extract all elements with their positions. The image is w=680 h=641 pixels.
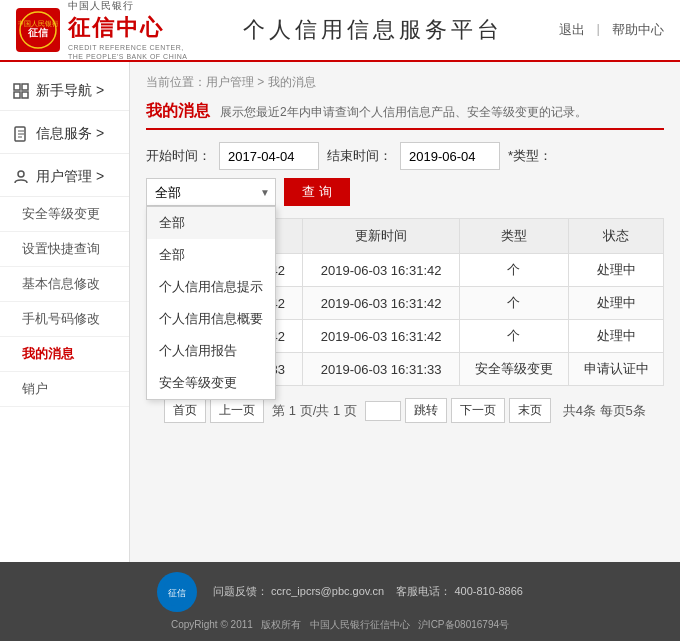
content-area: 当前位置：用户管理 > 我的消息 我的消息 展示您最近2年内申请查询个人信用信息… bbox=[130, 62, 680, 562]
dropdown-item-summary[interactable]: 个人信用信息概要 bbox=[147, 303, 275, 335]
svg-rect-6 bbox=[22, 92, 28, 98]
sidebar-section-guide: 新手导航 > bbox=[0, 72, 129, 111]
cell-status: 申请认证中 bbox=[569, 353, 664, 386]
start-time-input[interactable] bbox=[219, 142, 319, 170]
breadcrumb: 当前位置：用户管理 > 我的消息 bbox=[146, 74, 664, 91]
help-link[interactable]: 帮助中心 bbox=[612, 21, 664, 39]
page-jump-input[interactable] bbox=[365, 401, 401, 421]
sidebar-label-info: 信息服务 > bbox=[36, 125, 104, 143]
sidebar-item-info-service[interactable]: 信息服务 > bbox=[0, 115, 129, 154]
header-nav: 退出 | 帮助中心 bbox=[559, 21, 664, 39]
page-info: 第 1 页/共 1 页 bbox=[272, 402, 357, 420]
end-time-label: 结束时间： bbox=[327, 147, 392, 165]
query-button[interactable]: 查 询 bbox=[284, 178, 350, 206]
sidebar-item-quick-query[interactable]: 设置快捷查询 bbox=[0, 232, 129, 267]
first-page-btn[interactable]: 首页 bbox=[164, 398, 206, 423]
svg-point-11 bbox=[18, 171, 24, 177]
svg-text:征信: 征信 bbox=[27, 27, 49, 38]
sidebar-item-my-messages[interactable]: 我的消息 bbox=[0, 337, 129, 372]
page-total: 共4条 每页5条 bbox=[563, 402, 646, 420]
logo-area: 中国人民银行 征信 中国人民银行 征信中心 CREDIT REFERENCE C… bbox=[16, 0, 187, 61]
sidebar-section-info: 信息服务 > bbox=[0, 115, 129, 154]
sidebar-item-new-guide[interactable]: 新手导航 > bbox=[0, 72, 129, 111]
page-title-sub: 展示您最近2年内申请查询个人信用信息产品、安全等级变更的记录。 bbox=[220, 104, 587, 121]
pagination: 首页 上一页 第 1 页/共 1 页 跳转 下一页 末页 共4条 每页5条 bbox=[146, 398, 664, 423]
cell-type: 个 bbox=[459, 320, 568, 353]
svg-rect-5 bbox=[14, 92, 20, 98]
type-select-wrap: 全部 全部 个人信用信息提示 个人信用信息概要 个人信用报告 安全等级变更 ▼ … bbox=[146, 178, 276, 206]
sidebar-section-user: 用户管理 > 安全等级变更 设置快捷查询 基本信息修改 手机号码修改 我的消息 … bbox=[0, 158, 129, 407]
doc-icon bbox=[12, 125, 30, 143]
sidebar-label-user: 用户管理 > bbox=[36, 168, 104, 186]
cell-status: 处理中 bbox=[569, 254, 664, 287]
logout-link[interactable]: 退出 bbox=[559, 21, 585, 39]
cell-status: 处理中 bbox=[569, 287, 664, 320]
logo-en-text: CREDIT REFERENCE CENTER, THE PEOPLE'S BA… bbox=[68, 43, 187, 61]
last-page-btn[interactable]: 末页 bbox=[509, 398, 551, 423]
logo-main-text: 征信中心 bbox=[68, 13, 187, 43]
dropdown-item-security[interactable]: 安全等级变更 bbox=[147, 367, 275, 399]
cell-type: 个 bbox=[459, 287, 568, 320]
header: 中国人民银行 征信 中国人民银行 征信中心 CREDIT REFERENCE C… bbox=[0, 0, 680, 62]
main-layout: 新手导航 > 信息服务 > 用户管理 > 安全等级变更 设置快捷查询 bbox=[0, 62, 680, 562]
footer-copyright: CopyRight © 2011 版权所有 中国人民银行征信中心 沪ICP备08… bbox=[16, 616, 664, 634]
start-time-label: 开始时间： bbox=[146, 147, 211, 165]
type-dropdown[interactable]: 全部 全部 个人信用信息提示 个人信用信息概要 个人信用报告 安全等级变更 bbox=[146, 206, 276, 400]
col-update-time: 更新时间 bbox=[303, 219, 459, 254]
col-type: 类型 bbox=[459, 219, 568, 254]
page-title-text: 我的消息 bbox=[146, 101, 210, 122]
person-icon bbox=[12, 168, 30, 186]
cell-type: 个 bbox=[459, 254, 568, 287]
sidebar: 新手导航 > 信息服务 > 用户管理 > 安全等级变更 设置快捷查询 bbox=[0, 62, 130, 562]
svg-text:征信: 征信 bbox=[168, 588, 186, 598]
cell-update-time: 2019-06-03 16:31:33 bbox=[303, 353, 459, 386]
footer-top: 征信 问题反馈： ccrc_ipcrs@pbc.gov.cn 客服电话： 400… bbox=[16, 572, 664, 612]
type-label: *类型： bbox=[508, 147, 552, 165]
page-title-bar: 我的消息 展示您最近2年内申请查询个人信用信息产品、安全等级变更的记录。 bbox=[146, 101, 664, 130]
sidebar-item-logout-account[interactable]: 销户 bbox=[0, 372, 129, 407]
cell-type: 安全等级变更 bbox=[459, 353, 568, 386]
sidebar-item-security-change[interactable]: 安全等级变更 bbox=[0, 197, 129, 232]
grid-icon bbox=[12, 82, 30, 100]
header-title: 个人信用信息服务平台 bbox=[187, 15, 558, 45]
filter-bar: 开始时间： 结束时间： *类型： 全部 全部 个人信用信息提示 个人信用信息概要… bbox=[146, 142, 664, 206]
sidebar-item-user-manage[interactable]: 用户管理 > bbox=[0, 158, 129, 197]
sidebar-label-guide: 新手导航 > bbox=[36, 82, 104, 100]
end-time-input[interactable] bbox=[400, 142, 500, 170]
cell-update-time: 2019-06-03 16:31:42 bbox=[303, 320, 459, 353]
dropdown-item-all1[interactable]: 全部 bbox=[147, 207, 275, 239]
dropdown-item-report[interactable]: 个人信用报告 bbox=[147, 335, 275, 367]
dropdown-item-hint[interactable]: 个人信用信息提示 bbox=[147, 271, 275, 303]
logo-emblem: 中国人民银行 征信 bbox=[16, 8, 60, 52]
type-select[interactable]: 全部 全部 个人信用信息提示 个人信用信息概要 个人信用报告 安全等级变更 bbox=[146, 178, 276, 206]
sidebar-item-phone-change[interactable]: 手机号码修改 bbox=[0, 302, 129, 337]
svg-rect-3 bbox=[14, 84, 20, 90]
prev-page-btn[interactable]: 上一页 bbox=[210, 398, 264, 423]
footer: 征信 问题反馈： ccrc_ipcrs@pbc.gov.cn 客服电话： 400… bbox=[0, 562, 680, 641]
cell-update-time: 2019-06-03 16:31:42 bbox=[303, 287, 459, 320]
col-status: 状态 bbox=[569, 219, 664, 254]
next-page-btn[interactable]: 下一页 bbox=[451, 398, 505, 423]
logo-cn-text: 中国人民银行 bbox=[68, 0, 187, 13]
cell-update-time: 2019-06-03 16:31:42 bbox=[303, 254, 459, 287]
jump-btn[interactable]: 跳转 bbox=[405, 398, 447, 423]
footer-contact: 问题反馈： ccrc_ipcrs@pbc.gov.cn 客服电话： 400-81… bbox=[213, 582, 523, 602]
footer-logo-icon: 征信 bbox=[157, 572, 197, 612]
dropdown-item-all2[interactable]: 全部 bbox=[147, 239, 275, 271]
logo-text: 中国人民银行 征信中心 CREDIT REFERENCE CENTER, THE… bbox=[68, 0, 187, 61]
cell-status: 处理中 bbox=[569, 320, 664, 353]
svg-rect-4 bbox=[22, 84, 28, 90]
sidebar-item-basic-info[interactable]: 基本信息修改 bbox=[0, 267, 129, 302]
